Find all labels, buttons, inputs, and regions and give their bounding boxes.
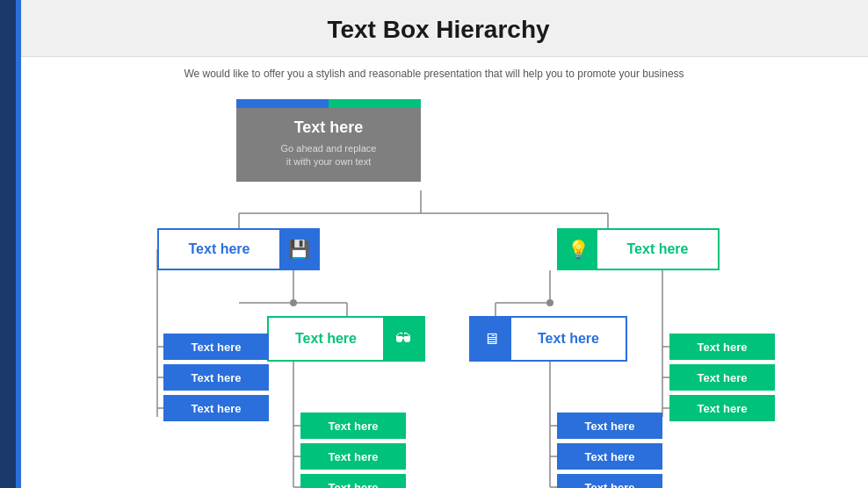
connectors-svg	[21, 83, 868, 488]
l1-left-label: Text here	[159, 241, 279, 257]
l1-right-label: Text here	[597, 241, 718, 257]
leaf-midleft-3: Text here	[300, 474, 406, 488]
leaf-right-1: Text here	[669, 334, 775, 360]
leaf-left-2: Text here	[163, 364, 269, 391]
leaf-midleft-1: Text here	[300, 413, 406, 439]
l2-right-label: Text here	[511, 331, 626, 347]
l1-left-icon: 💾	[279, 230, 318, 269]
leaf-midright-1: Text here	[557, 413, 662, 439]
root-node: Text here Go ahead and replaceit with yo…	[236, 99, 421, 182]
l1-left-box: Text here 💾	[157, 228, 320, 270]
diagram-area: Text here Go ahead and replaceit with yo…	[21, 83, 868, 488]
l2-right-icon: 🖥	[471, 318, 511, 360]
root-title: Text here	[249, 118, 409, 137]
header: Text Box Hierarchy	[0, 0, 868, 57]
l1-right-icon: 💡	[559, 230, 597, 269]
l1-right-box: 💡 Text here	[557, 228, 720, 270]
leaf-left-1: Text here	[163, 334, 269, 360]
root-desc: Go ahead and replaceit with your own tex…	[249, 142, 409, 169]
left-bar	[0, 0, 16, 488]
slide: Text Box Hierarchy We would like to offe…	[0, 0, 868, 488]
leaf-right-3: Text here	[669, 395, 775, 421]
leaf-right-2: Text here	[669, 364, 775, 391]
leaf-midright-2: Text here	[557, 443, 662, 470]
leaf-midright-3: Text here	[557, 474, 662, 488]
leaf-midleft-2: Text here	[300, 443, 406, 470]
l2-left-icon: 🕶	[383, 318, 423, 360]
subtitle: We would like to offer you a stylish and…	[0, 57, 868, 83]
leaf-left-3: Text here	[163, 395, 269, 421]
page-title: Text Box Hierarchy	[44, 16, 833, 44]
l2-left-label: Text here	[269, 331, 383, 347]
l2-left-box: Text here 🕶	[267, 316, 425, 362]
svg-point-30	[546, 299, 553, 306]
svg-point-29	[290, 299, 297, 306]
l2-right-box: 🖥 Text here	[469, 316, 627, 362]
